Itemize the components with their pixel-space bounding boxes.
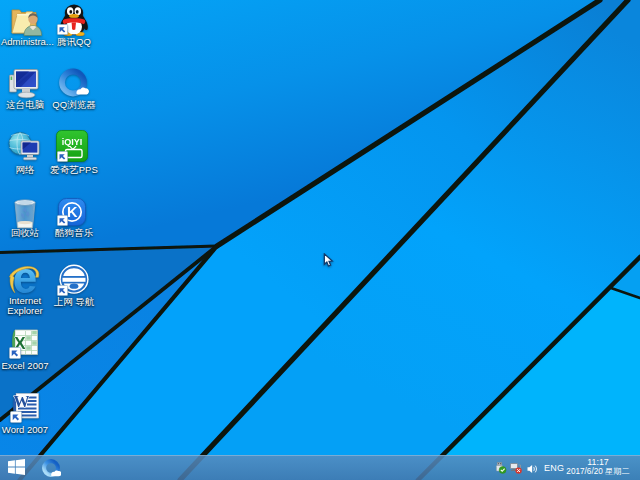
svg-text:iQIYI: iQIYI [62,137,83,147]
svg-text:W: W [14,393,30,410]
svg-text:K: K [67,204,78,220]
